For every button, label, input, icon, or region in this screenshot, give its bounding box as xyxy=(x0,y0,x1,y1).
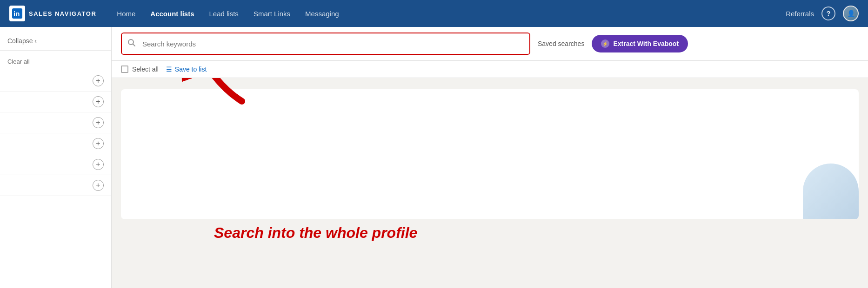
nav-item-smart-links[interactable]: Smart Links xyxy=(247,6,297,21)
save-to-list-button[interactable]: ☰ Save to list xyxy=(166,65,207,73)
search-row: Saved searches ⚡ Extract With Evaboot xyxy=(112,27,868,61)
filter-item-5[interactable]: + xyxy=(0,154,111,175)
extract-with-evaboot-button[interactable]: ⚡ Extract With Evaboot xyxy=(592,35,688,52)
expand-filter-4-button[interactable]: + xyxy=(93,138,104,149)
expand-filter-1-button[interactable]: + xyxy=(93,75,104,86)
help-button[interactable]: ? xyxy=(821,7,835,20)
expand-filter-3-button[interactable]: + xyxy=(93,117,104,128)
select-all-label[interactable]: Select all xyxy=(132,65,159,73)
nav-logo[interactable]: in SALES NAVIGATOR xyxy=(9,6,96,21)
nav-item-lead-lists[interactable]: Lead lists xyxy=(203,6,245,21)
nav-item-messaging[interactable]: Messaging xyxy=(299,6,346,21)
user-avatar[interactable]: 👤 xyxy=(843,6,859,21)
card-decoration xyxy=(803,164,859,219)
nav-right-section: Referrals ? 👤 xyxy=(786,6,859,21)
toolbar-row: Select all ☰ Save to list xyxy=(112,61,868,78)
main-wrapper: Collapse ‹ Clear all + + + + + + xyxy=(0,27,868,288)
svg-text:in: in xyxy=(13,10,20,18)
clear-all-button[interactable]: Clear all xyxy=(0,54,111,69)
brand-name: SALES NAVIGATOR xyxy=(29,10,96,17)
filter-item-4[interactable]: + xyxy=(0,133,111,154)
saved-searches-button[interactable]: Saved searches xyxy=(538,40,584,47)
search-box-wrapper xyxy=(121,33,530,55)
filter-item-6[interactable]: + xyxy=(0,175,111,196)
select-all-checkbox[interactable] xyxy=(121,65,128,73)
expand-filter-2-button[interactable]: + xyxy=(93,96,104,107)
search-input[interactable] xyxy=(122,33,529,54)
top-navigation: in SALES NAVIGATOR Home Account lists Le… xyxy=(0,0,868,27)
results-card xyxy=(121,89,859,219)
cards-area: Search into the whole profile xyxy=(112,78,868,288)
nav-item-home[interactable]: Home xyxy=(110,6,142,21)
sidebar: Collapse ‹ Clear all + + + + + + xyxy=(0,27,112,288)
filter-item-1[interactable]: + xyxy=(0,71,111,92)
avatar-image: 👤 xyxy=(844,7,858,20)
expand-filter-6-button[interactable]: + xyxy=(93,180,104,191)
svg-line-3 xyxy=(133,44,135,46)
filter-item-2[interactable]: + xyxy=(0,92,111,112)
annotation-text: Search into the whole profile xyxy=(214,224,417,242)
select-all-checkbox-wrap: Select all xyxy=(121,65,159,73)
list-icon: ☰ xyxy=(166,65,172,73)
filter-item-3[interactable]: + xyxy=(0,112,111,133)
nav-item-account-lists[interactable]: Account lists xyxy=(144,6,200,21)
evaboot-icon: ⚡ xyxy=(601,39,609,48)
content-area: Saved searches ⚡ Extract With Evaboot Se… xyxy=(112,27,868,288)
nav-items: Home Account lists Lead lists Smart Link… xyxy=(110,6,786,21)
search-icon xyxy=(127,39,136,49)
referrals-link[interactable]: Referrals xyxy=(786,10,814,18)
sidebar-collapse-button[interactable]: Collapse ‹ xyxy=(0,32,111,51)
expand-filter-5-button[interactable]: + xyxy=(93,159,104,170)
linkedin-logo: in xyxy=(9,6,25,21)
